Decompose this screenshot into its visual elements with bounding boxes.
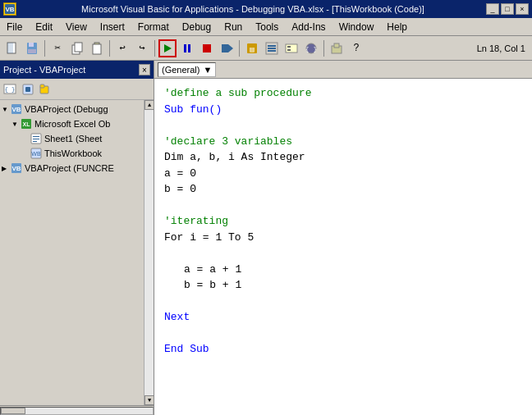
view-code-button[interactable]: { }	[2, 81, 18, 98]
code-panel: (General) ▼ 'define a sub procedure Sub …	[154, 61, 532, 415]
app-icon: VB	[3, 2, 16, 16]
vscroll-down[interactable]: ▼	[144, 395, 154, 405]
expand-icon-3	[21, 135, 30, 143]
code-line-11: Next	[164, 309, 522, 326]
menu-help[interactable]: Help	[380, 18, 414, 35]
code-content[interactable]: 'define a sub procedure Sub fun() 'decla…	[154, 79, 532, 415]
project-panel-vscroll: ▲ ▼	[144, 100, 154, 405]
toolbar-save-icon[interactable]	[23, 39, 41, 57]
menu-run[interactable]: Run	[218, 18, 249, 35]
project-panel: Project - VBAProject × { } ▼ VB	[0, 61, 154, 415]
menu-insert[interactable]: Insert	[94, 18, 131, 35]
tree-label-5: VBAProject (FUNCRE	[25, 163, 114, 173]
scrollbar-track[interactable]	[0, 407, 154, 415]
toolbar-design-icon[interactable]: ▤	[243, 39, 261, 57]
maximize-button[interactable]: □	[501, 3, 514, 15]
tree-item-msexcel[interactable]: ▼ XL Microsoft Excel Ob	[2, 116, 142, 131]
svg-rect-23	[286, 44, 297, 52]
tree-item-thisworkbook[interactable]: WB ThisWorkbook	[2, 146, 142, 161]
code-line-12: End Sub	[164, 341, 522, 358]
code-line-blank-2	[164, 198, 522, 214]
code-line-2: Sub fun()	[164, 102, 522, 118]
vscroll-thumb[interactable]	[144, 110, 154, 395]
toolbar-file-icon[interactable]	[3, 39, 21, 57]
project-panel-scrollbar	[0, 405, 154, 415]
project-tree: ▼ VB VBAProject (Debugg ▼ XL Microsoft E…	[0, 100, 144, 405]
expand-icon-5[interactable]: ▶	[2, 165, 10, 172]
menu-tools[interactable]: Tools	[249, 18, 285, 35]
menu-view[interactable]: View	[59, 18, 94, 35]
toolbar-projectexplorer-icon[interactable]	[263, 39, 281, 57]
general-dropdown[interactable]: (General) ▼	[158, 62, 216, 77]
svg-rect-5	[29, 43, 34, 47]
code-line-10: b = b + 1	[164, 277, 522, 294]
minimize-button[interactable]: _	[486, 3, 499, 15]
code-line-blank-3	[164, 245, 522, 262]
expand-icon-1[interactable]: ▼	[2, 106, 10, 113]
code-line-4: Dim a, b, i As Integer	[164, 149, 522, 166]
toolbar-help-icon[interactable]: ?	[347, 39, 365, 57]
project-icon-2: VB	[10, 162, 23, 174]
svg-marker-16	[228, 44, 233, 52]
tree-label-3: Sheet1 (Sheet	[44, 134, 102, 144]
project-icon-1: VB	[10, 103, 23, 115]
toolbar-sep-3	[154, 40, 155, 57]
menu-edit[interactable]: Edit	[29, 18, 59, 35]
code-line-5: a = 0	[164, 166, 522, 182]
svg-rect-13	[188, 44, 190, 52]
toolbar-undo-icon[interactable]: ↩	[113, 39, 131, 57]
svg-text:WB: WB	[31, 151, 41, 157]
menu-addins[interactable]: Add-Ins	[285, 18, 332, 35]
close-button[interactable]: ×	[516, 3, 529, 15]
project-panel-header: Project - VBAProject ×	[0, 61, 154, 79]
toolbar-redo-icon[interactable]: ↪	[133, 39, 151, 57]
vscroll-up[interactable]: ▲	[144, 100, 154, 110]
code-line-blank-5	[164, 326, 522, 342]
toolbar-objectbrowser-icon[interactable]: { }	[302, 39, 320, 57]
toolbar-sep-4	[239, 40, 240, 57]
sheet-icon-1	[30, 133, 43, 144]
svg-text:XL: XL	[23, 121, 31, 127]
project-panel-close[interactable]: ×	[139, 64, 150, 75]
toolbar-cut-icon[interactable]: ✂	[48, 39, 66, 57]
toolbar-copy-icon[interactable]	[68, 39, 86, 57]
toggle-folders-button[interactable]	[38, 81, 54, 98]
menu-debug[interactable]: Debug	[176, 18, 218, 35]
scrollbar-thumb[interactable]	[1, 408, 25, 414]
svg-rect-15	[222, 44, 228, 52]
toolbar-reset-button[interactable]	[218, 39, 236, 57]
menu-format[interactable]: Format	[131, 18, 176, 35]
svg-rect-21	[268, 48, 276, 49]
cursor-position: Ln 18, Col 1	[477, 43, 529, 53]
code-line-3: 'declare 3 variables	[164, 134, 522, 150]
toolbar-paste-icon[interactable]	[88, 39, 106, 57]
toolbar: ✂ ↩ ↪ ▤ { } ? Ln 18, Col 1	[0, 36, 532, 61]
workbook-icon: WB	[30, 148, 43, 159]
svg-rect-3	[7, 43, 13, 53]
toolbar-stop-button[interactable]	[198, 39, 216, 57]
code-line-7: 'iterating	[164, 213, 522, 230]
project-panel-title: Project - VBAProject	[3, 65, 139, 75]
toolbar-toolbox-icon[interactable]	[328, 39, 346, 57]
expand-icon-2[interactable]: ▼	[11, 121, 20, 128]
toolbar-properties-icon[interactable]	[282, 39, 300, 57]
svg-rect-42	[33, 139, 39, 139]
svg-rect-20	[268, 45, 276, 47]
svg-text:VB: VB	[11, 165, 21, 172]
tree-item-vbaproject1[interactable]: ▼ VB VBAProject (Debugg	[2, 102, 142, 116]
tree-item-sheet1[interactable]: Sheet1 (Sheet	[2, 131, 142, 146]
code-line-6: b = 0	[164, 181, 522, 198]
expand-icon-4	[21, 150, 30, 157]
view-object-button[interactable]	[20, 81, 36, 98]
svg-rect-25	[287, 49, 291, 51]
menu-window[interactable]: Window	[332, 18, 381, 35]
svg-rect-6	[28, 49, 36, 53]
dropdown-label: (General)	[162, 65, 200, 75]
tree-item-vbaproject2[interactable]: ▶ VB VBAProject (FUNCRE	[2, 161, 142, 176]
code-header: (General) ▼	[154, 61, 532, 79]
toolbar-break-button[interactable]	[178, 39, 196, 57]
svg-text:{ }: { }	[5, 86, 16, 93]
toolbar-run-button[interactable]	[158, 39, 177, 57]
menu-file[interactable]: File	[0, 18, 29, 35]
menu-bar: File Edit View Insert Format Debug Run T…	[0, 18, 532, 36]
